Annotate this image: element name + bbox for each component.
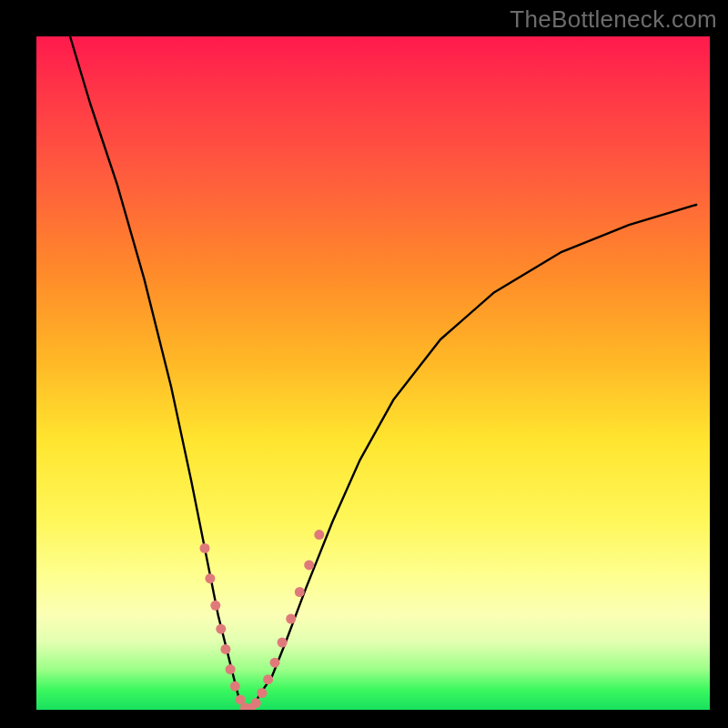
sample-point xyxy=(263,674,273,684)
bottleneck-curve xyxy=(70,36,696,710)
sample-point xyxy=(257,688,267,698)
sample-point xyxy=(205,573,215,583)
watermark-text: TheBottleneck.com xyxy=(510,5,717,34)
sample-point xyxy=(270,658,280,668)
sample-point xyxy=(286,614,296,624)
chart-overlay xyxy=(36,36,710,710)
plot-area xyxy=(36,36,710,710)
sample-point xyxy=(314,530,324,540)
sample-point xyxy=(226,664,236,674)
sample-point xyxy=(220,644,230,654)
sample-point xyxy=(216,624,226,634)
chart-frame: TheBottleneck.com xyxy=(0,0,728,728)
sample-point xyxy=(210,601,220,611)
sample-point xyxy=(251,698,261,708)
sample-point xyxy=(295,587,305,597)
sample-point xyxy=(230,682,240,692)
sample-point xyxy=(200,543,210,553)
sample-point xyxy=(278,638,288,648)
sample-point xyxy=(304,560,314,570)
